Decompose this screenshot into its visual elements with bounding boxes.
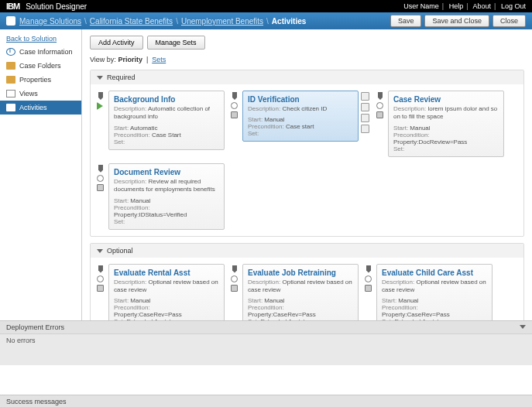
pin-icon: [376, 92, 384, 100]
properties-icon: [6, 76, 15, 84]
card-precondition: Precondition: Case Start: [114, 132, 219, 139]
disk-icon: [231, 285, 238, 292]
card-set: Set:: [248, 130, 353, 137]
save-button[interactable]: Save: [390, 15, 422, 27]
sidebar-item-properties[interactable]: Properties: [0, 73, 81, 87]
card-precondition: Precondition: Property:CaseRev=Pass: [248, 304, 353, 318]
ring-icon: [376, 102, 383, 109]
card-title: Case Review: [393, 95, 499, 104]
save-close-button[interactable]: Save and Close: [424, 15, 489, 27]
sidebar-item-case-info[interactable]: Case Information: [0, 45, 81, 59]
play-icon: [97, 102, 103, 110]
back-link[interactable]: Back to Solution: [0, 32, 81, 45]
card-description: Description: Check citizen ID: [248, 105, 353, 113]
sidebar-item-label: Case Information: [19, 48, 73, 56]
card-title: Evaluate Child Care Asst: [382, 268, 487, 277]
disk-icon: [97, 184, 104, 191]
activity-card[interactable]: Case ReviewDescription: lorem ipsum dolo…: [388, 91, 504, 157]
card-badges: [97, 163, 106, 191]
copy-icon[interactable]: [361, 103, 369, 111]
disk-icon: [365, 285, 372, 292]
sidebar-item-label: Activities: [19, 104, 47, 111]
ring-icon: [97, 175, 104, 182]
card-badges: [231, 91, 240, 118]
deployment-errors-panel: Deployment Errors No errors: [0, 320, 532, 365]
card-start: Start: Manual: [248, 297, 353, 304]
chevron-down-icon: [520, 325, 526, 329]
activity-card[interactable]: Document ReviewDescription: Review all r…: [108, 163, 225, 230]
bc-level1[interactable]: California State Benefits: [90, 17, 173, 26]
sidebar-item-label: Case Folders: [19, 62, 61, 70]
section-required: Required Background InfoDescription: Aut…: [90, 70, 524, 237]
card-title: Evaluate Rental Asst: [114, 268, 219, 277]
close-button[interactable]: Close: [493, 15, 526, 27]
card-set: Set:: [114, 218, 219, 225]
bc-level2[interactable]: Unemployment Benefits: [181, 17, 263, 26]
card-start: Start: Manual: [114, 197, 219, 204]
view-sets[interactable]: Sets: [152, 56, 166, 63]
section-header-required[interactable]: Required: [91, 70, 523, 84]
pin-icon: [231, 265, 239, 273]
pin-icon: [97, 265, 105, 273]
add-activity-button[interactable]: Add Activity: [90, 36, 143, 50]
delete-icon[interactable]: [361, 125, 369, 133]
logout-link[interactable]: Log Out: [501, 2, 526, 10]
card-precondition: Precondition: Property:CaseRev=Pass: [382, 304, 487, 318]
sidebar: Back to Solution Case Information Case F…: [0, 29, 82, 339]
ring-icon: [231, 102, 238, 109]
activities-icon: [6, 104, 15, 111]
edit-icon[interactable]: [361, 92, 369, 101]
card-title: ID Verification: [248, 95, 353, 104]
card-precondition: Precondition: Property:IDStatus=Verified: [114, 204, 219, 218]
disk-icon: [97, 285, 104, 292]
view-priority[interactable]: Priority: [118, 56, 142, 63]
manage-sets-button[interactable]: Manage Sets: [147, 36, 205, 50]
app-title: Solution Designer: [26, 2, 87, 11]
activity-card-wrap: ID VerificationDescription: Check citize…: [231, 91, 370, 157]
card-description: Description: Optional review based on ca…: [248, 279, 353, 295]
card-title: Document Review: [114, 168, 219, 176]
sidebar-item-activities[interactable]: Activities: [0, 101, 81, 115]
bc-root[interactable]: Manage Solutions: [19, 17, 81, 26]
pin-icon: [231, 92, 239, 100]
card-badges: [376, 91, 386, 118]
settings-icon[interactable]: [361, 114, 369, 122]
user-link[interactable]: User Name: [403, 2, 439, 10]
about-link[interactable]: About: [473, 2, 492, 10]
home-icon[interactable]: [6, 16, 15, 26]
activity-card-wrap: Background InfoDescription: Automatic co…: [97, 91, 225, 157]
help-link[interactable]: Help: [449, 2, 464, 10]
chevron-down-icon: [97, 249, 103, 253]
card-set: Set:: [393, 145, 499, 152]
ring-icon: [365, 275, 372, 282]
topbar-right: User Name| Help| About| Log Out: [403, 2, 526, 10]
section-header-optional[interactable]: Optional: [91, 244, 523, 258]
success-header[interactable]: Success messages: [0, 395, 532, 407]
errors-header[interactable]: Deployment Errors: [0, 321, 532, 334]
card-badges: [97, 91, 106, 110]
card-precondition: Precondition: Property:CaseRev=Pass: [114, 304, 219, 318]
ibm-logo: IBM: [6, 2, 19, 11]
activity-card-wrap: Document ReviewDescription: Review all r…: [97, 163, 225, 230]
activity-card[interactable]: ID VerificationDescription: Check citize…: [242, 91, 359, 142]
errors-msg: No errors: [0, 334, 532, 365]
card-start: Start: Manual: [393, 125, 499, 132]
card-description: Description: Review all required documen…: [114, 178, 219, 194]
card-precondition: Precondition: Property:DocReview=Pass: [393, 132, 499, 145]
folder-icon: [6, 62, 15, 70]
main-content: Add Activity Manage Sets View by: Priori…: [82, 29, 532, 339]
ring-icon: [231, 275, 238, 282]
sidebar-item-label: Properties: [19, 76, 51, 84]
bc-current: Activities: [272, 17, 306, 26]
sidebar-item-folders[interactable]: Case Folders: [0, 59, 81, 73]
view-by: View by: Priority | Sets: [90, 56, 524, 63]
disk-icon: [231, 111, 238, 118]
views-icon: [6, 90, 15, 97]
card-description: Description: lorem ipsum dolor and so on…: [393, 105, 499, 121]
pin-icon: [97, 92, 105, 100]
disk-icon: [376, 111, 383, 118]
activity-card[interactable]: Background InfoDescription: Automatic co…: [108, 91, 225, 150]
sidebar-item-views[interactable]: Views: [0, 87, 81, 101]
card-badges: [365, 264, 374, 292]
card-badges: [97, 264, 106, 292]
